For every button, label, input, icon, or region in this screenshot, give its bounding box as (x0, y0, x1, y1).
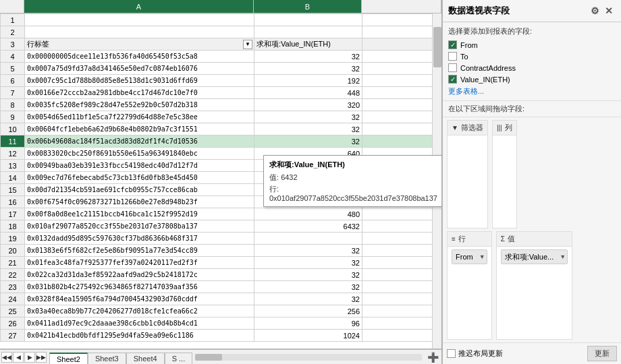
value-tag-sum[interactable]: 求和项:Value... ▼ (501, 249, 568, 264)
cell-a[interactable]: 行标签▼ (25, 38, 254, 51)
table-row[interactable]: 110x006b49608ac184f51acd3d83d82df1f4c7d1… (1, 135, 441, 148)
col-header-b[interactable]: B (254, 0, 362, 13)
cell-a[interactable]: 0x00d7d21354cb591ae691cfcb0955c757cce86c… (25, 184, 254, 196)
tab-sheet3[interactable]: Sheet3 (88, 353, 126, 365)
table-row[interactable]: 250x03a40eca8b9b77c204206277d018cfe1cfea… (1, 305, 441, 317)
cell-b[interactable]: 32 (254, 111, 362, 123)
table-row[interactable]: 50x0007a75d9fd37a8d341465e50ed7c0874eb16… (1, 63, 441, 75)
cell-a[interactable]: 0x01fea3c48fa7f925377fef397a02420117ed2f… (25, 257, 254, 269)
table-row[interactable]: 270x0421b41ecbd0bfdf1295e9d4fa59ea09e6c1… (1, 330, 441, 342)
cell-b[interactable]: 1024 (254, 330, 362, 342)
row-tag-dropdown[interactable]: ▼ (479, 253, 485, 260)
table-row[interactable]: 190x0132dadd95d895c597630cf37bd86366b468… (1, 233, 441, 245)
cell-a[interactable]: 0x006b49608ac184f51acd3d83d82df1f4c7d105… (25, 135, 254, 148)
tab-nav-first[interactable]: ◀◀ (1, 352, 12, 363)
field-checkbox[interactable] (448, 63, 457, 72)
field-item-contractaddress[interactable]: ContractAddress (448, 63, 616, 72)
table-row[interactable]: 40x000000005dcee11e13fb536fa40d65450f53c… (1, 51, 441, 63)
cell-b[interactable]: 256 (254, 305, 362, 317)
cell-b[interactable]: 32 (254, 269, 362, 281)
table-row[interactable]: 100x00604fcf1ebeb6a62d9b68e4b0802b9a7c3f… (1, 123, 441, 135)
cell-b[interactable]: 32 (254, 135, 362, 148)
table-row[interactable]: 1 (1, 14, 441, 26)
table-row[interactable]: 3行标签▼求和项:Value_IN(ETH) (1, 38, 441, 51)
cell-a[interactable]: 0x0054d65ed11bf1e5ca7f22799d64d88e7e5c38… (25, 111, 254, 123)
cell-b[interactable]: 192 (254, 75, 362, 87)
cell-a[interactable]: 0x0328f84ea15905f6a794d70045432903d760cd… (25, 293, 254, 305)
cell-b[interactable]: 32 (254, 281, 362, 293)
field-item-to[interactable]: To (448, 52, 616, 61)
cell-b[interactable]: 32 (254, 293, 362, 305)
cell-b[interactable]: 32 (254, 63, 362, 75)
table-row[interactable]: 170x00f8a0d8ee1c21151bccb416bca1c152f995… (1, 208, 441, 220)
update-button[interactable]: 更新 (587, 346, 617, 361)
table-row[interactable]: 220x022ca32d31da3ef85922aafd9ad29c5b2418… (1, 269, 441, 281)
field-item-valueineth[interactable]: ✓Value_IN(ETH) (448, 75, 616, 84)
h-scrollbar-thumb[interactable] (195, 354, 222, 361)
cell-b[interactable]: 6432 (254, 220, 362, 233)
cell-a[interactable]: 0x0007c95c1d788b80d85e8e5138d1c9031d6ffd… (25, 75, 254, 87)
scrollbar-thumb[interactable] (433, 27, 441, 67)
cell-a[interactable]: 0x009ec7d76febecabd5c73cb13f6d0fb83e45d4… (25, 172, 254, 184)
cell-b[interactable]: 320 (254, 99, 362, 111)
table-row[interactable]: 180x010af29077a8520cc3f55be2031d7e37808b… (1, 220, 441, 233)
cell-a[interactable]: 0x01383e6f5f682cf2e5e86bf90951a77e3d54cc… (25, 245, 254, 257)
cell-b[interactable]: 32 (254, 245, 362, 257)
field-checkbox[interactable]: ✓ (448, 75, 457, 84)
cell-b[interactable] (254, 26, 362, 38)
cell-b[interactable]: 448 (254, 87, 362, 99)
cell-b[interactable] (254, 233, 362, 245)
table-row[interactable]: 80x0035fc5208ef989c28d47e552e92b0c507d2b… (1, 99, 441, 111)
tab-sheet4[interactable]: Sheet4 (126, 353, 165, 365)
cell-a[interactable]: 0x0035fc5208ef989c28d47e552e92b0c507d2b3… (25, 99, 254, 111)
table-row[interactable]: 70x00166e72cccb2aa2981dbbe4cc17d467dc10e… (1, 87, 441, 99)
tab-nav-next[interactable]: ▶ (24, 352, 35, 363)
table-row[interactable]: 210x01fea3c48fa7f925377fef397a02420117ed… (1, 257, 441, 269)
tab-nav-prev[interactable]: ◀ (13, 352, 24, 363)
value-tag-dropdown[interactable]: ▼ (560, 253, 566, 260)
table-row[interactable]: 200x01383e6f5f682cf2e5e86bf90951a77e3d54… (1, 245, 441, 257)
cell-a[interactable]: 0x0007a75d9fd37a8d341465e50ed7c0874eb160… (25, 63, 254, 75)
cell-a[interactable]: 0x00949baa03eb391e33fbcc54198edc40d7d12f… (25, 160, 254, 172)
cell-a[interactable]: 0x000000005dcee11e13fb536fa40d65450f53c5… (25, 51, 254, 63)
cell-a[interactable]: 0x0411ad1d97ec9c2daaae398c6cbb1c0d4b8b4c… (25, 317, 254, 330)
cell-b[interactable]: 96 (254, 317, 362, 330)
cell-b[interactable]: 32 (254, 123, 362, 135)
filter-dropdown-arrow[interactable]: ▼ (243, 40, 252, 49)
pivot-close-icon[interactable]: ✕ (602, 4, 616, 18)
cell-b[interactable]: 32 (254, 51, 362, 63)
tab-sheet2[interactable]: Sheet2 (49, 353, 88, 365)
defer-checkbox[interactable] (447, 349, 456, 358)
cell-b[interactable]: 32 (254, 257, 362, 269)
table-row[interactable]: 2 (1, 26, 441, 38)
table-row[interactable]: 260x0411ad1d97ec9c2daaae398c6cbb1c0d4b8b… (1, 317, 441, 330)
cell-a[interactable]: 0x0421b41ecbd0bfdf1295e9d4fa59ea09e6c118… (25, 330, 254, 342)
cell-a[interactable] (25, 26, 254, 38)
tab-s-more[interactable]: S ... (165, 353, 193, 365)
table-row[interactable]: 90x0054d65ed11bf1e5ca7f22799d64d88e7e5c3… (1, 111, 441, 123)
table-row[interactable]: 230x031b802b4c275492c9634865f827147039aa… (1, 281, 441, 293)
more-tables-link[interactable]: 更多表格... (448, 86, 484, 96)
cell-b[interactable] (254, 14, 362, 26)
cell-b[interactable]: 求和项:Value_IN(ETH) (254, 38, 362, 51)
cell-a[interactable]: 0x03a40eca8b9b77c204206277d018cfe1cfea66… (25, 305, 254, 317)
cell-a[interactable]: 0x010af29077a8520cc3f55be2031d7e37808ba1… (25, 220, 254, 233)
cell-a[interactable]: 0x00f8a0d8ee1c21151bccb416bca1c152f9952d… (25, 208, 254, 220)
cell-a[interactable]: 0x031b802b4c275492c9634865f827147039aaf3… (25, 281, 254, 293)
cell-a[interactable]: 0x00166e72cccb2aa2981dbbe4cc17d467dc10e7… (25, 87, 254, 99)
cell-a[interactable]: 0x00604fcf1ebeb6a62d9b68e4b0802b9a7c3f15… (25, 123, 254, 135)
table-row[interactable]: 60x0007c95c1d788b80d85e8e5138d1c9031d6ff… (1, 75, 441, 87)
cell-a[interactable]: 0x00f6754f0c0962873271b1266b0e27e8d948b2… (25, 196, 254, 208)
cell-a[interactable]: 0x0132dadd95d895c597630cf37bd86366b468f3… (25, 233, 254, 245)
field-item-from[interactable]: ✓From (448, 40, 616, 49)
field-checkbox[interactable] (448, 52, 457, 61)
h-scrollbar-track[interactable] (195, 354, 422, 361)
field-checkbox[interactable]: ✓ (448, 40, 457, 49)
cell-b[interactable]: 480 (254, 208, 362, 220)
row-tag-from[interactable]: From ▼ (452, 249, 487, 264)
add-sheet-button[interactable]: ➕ (425, 352, 441, 363)
cell-a[interactable]: 0x00833020cbc250f8691b550e615a963491840e… (25, 148, 254, 160)
pivot-settings-icon[interactable]: ⚙ (588, 4, 602, 18)
cell-a[interactable]: 0x022ca32d31da3ef85922aafd9ad29c5b241817… (25, 269, 254, 281)
tab-nav-last[interactable]: ▶▶ (36, 352, 47, 363)
